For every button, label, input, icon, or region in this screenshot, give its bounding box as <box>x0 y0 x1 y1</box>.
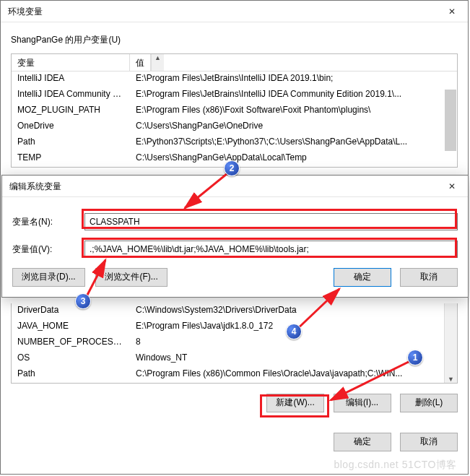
edit-ok-button[interactable]: 确定 <box>334 268 391 287</box>
table-header: 变量 值 ▲ <box>12 54 457 72</box>
table-row[interactable]: DriverDataC:\Windows\System32\Drivers\Dr… <box>12 303 457 319</box>
varvalue-label: 变量值(V): <box>12 243 84 256</box>
user-vars-label: ShangPanGe 的用户变量(U) <box>11 34 458 46</box>
edit-sysvar-window: 编辑系统变量 ✕ 变量名(N): 变量值(V): 浏览目录(D)... 浏览文件… <box>1 175 469 298</box>
scrollbar-thumb[interactable] <box>445 90 456 151</box>
user-vars-table: 变量 值 ▲ IntelliJ IDEAE:\Program Files\Jet… <box>11 53 458 168</box>
varname-row: 变量名(N): <box>12 213 458 230</box>
table-row[interactable]: JAVA_HOMEE:\Program Files\Java\jdk1.8.0_… <box>12 319 457 335</box>
table-row[interactable]: OSWindows_NT <box>12 351 457 367</box>
varname-label: 变量名(N): <box>12 216 84 228</box>
env-vars-title: 环境变量 <box>8 7 43 17</box>
table-row[interactable]: MOZ_PLUGIN_PATHE:\Program Files (x86)\Fo… <box>12 103 457 119</box>
table-row[interactable]: TEMPC:\Users\ShangPanGe\AppData\Local\Te… <box>12 151 457 167</box>
edit-sysvar-titlebar: 编辑系统变量 ✕ <box>2 176 468 197</box>
table-row[interactable]: NUMBER_OF_PROCESSORS8 <box>12 335 457 351</box>
table-row[interactable]: IntelliJ IDEA Community E...E:\Program F… <box>12 87 457 103</box>
close-icon[interactable]: ✕ <box>435 176 468 197</box>
edit-button[interactable]: 编辑(I)... <box>334 394 391 412</box>
system-vars-table: DriverDataC:\Windows\System32\Drivers\Dr… <box>11 303 458 384</box>
browse-dir-button[interactable]: 浏览目录(D)... <box>12 268 85 287</box>
delete-button[interactable]: 删除(L) <box>400 394 458 412</box>
browse-file-button[interactable]: 浏览文件(F)... <box>95 268 167 287</box>
table-row[interactable]: PathE:\Python37\Scripts\;E:\Python37\;C:… <box>12 135 457 151</box>
sysvars-button-row: 新建(W)... 编辑(I)... 删除(L) <box>11 394 458 412</box>
table-row[interactable]: OneDriveC:\Users\ShangPanGe\OneDrive <box>12 119 457 135</box>
table-row[interactable]: IntelliJ IDEAE:\Program Files\JetBrains\… <box>12 72 457 87</box>
close-icon[interactable]: ✕ <box>435 1 468 22</box>
varname-input[interactable] <box>84 213 458 230</box>
col-value[interactable]: 值 <box>130 54 151 71</box>
new-button[interactable]: 新建(W)... <box>266 394 324 412</box>
edit-cancel-button[interactable]: 取消 <box>400 268 458 287</box>
env-vars-titlebar: 环境变量 ✕ <box>1 1 468 22</box>
edit-sysvar-title: 编辑系统变量 <box>9 181 61 191</box>
main-button-row: 确定 取消 <box>11 433 458 451</box>
scrollbar-up-icon[interactable]: ▲ <box>151 54 164 71</box>
table-row[interactable]: PathC:\Program Files (x86)\Common Files\… <box>12 367 457 383</box>
col-name[interactable]: 变量 <box>12 54 130 71</box>
varvalue-row: 变量值(V): <box>12 241 458 258</box>
cancel-button[interactable]: 取消 <box>400 433 458 451</box>
ok-button[interactable]: 确定 <box>334 433 391 451</box>
varvalue-input[interactable] <box>84 241 458 258</box>
scrollbar-down-icon[interactable]: ▼ <box>444 303 457 383</box>
